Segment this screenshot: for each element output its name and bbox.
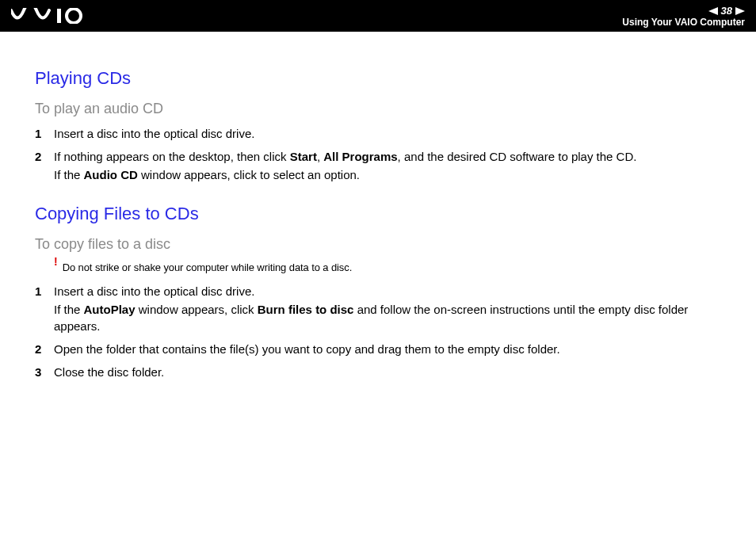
- step-text: If the AutoPlay window appears, click Bu…: [54, 301, 732, 334]
- step-body: Insert a disc into the optical disc driv…: [54, 125, 732, 143]
- svg-point-1: [67, 9, 81, 23]
- step-item: 3 Close the disc folder.: [35, 364, 732, 382]
- svg-marker-2: [708, 7, 718, 15]
- page-number: 38: [721, 5, 732, 17]
- step-number: 1: [35, 125, 44, 142]
- step-number: 2: [35, 341, 44, 357]
- next-page-arrow-icon[interactable]: [735, 7, 745, 15]
- warning-note: ! Do not strike or shake your computer w…: [54, 261, 732, 275]
- header-section-title: Using Your VAIO Computer: [622, 17, 745, 27]
- steps-play-cd: 1 Insert a disc into the optical disc dr…: [35, 125, 732, 185]
- step-item: 2 If nothing appears on the desktop, the…: [35, 148, 732, 185]
- svg-rect-0: [57, 9, 61, 23]
- step-number: 3: [35, 364, 44, 380]
- step-item: 2 Open the folder that contains the file…: [35, 341, 732, 359]
- subheading-play-audio-cd: To play an audio CD: [35, 99, 732, 119]
- step-text: If nothing appears on the desktop, then …: [54, 148, 732, 165]
- step-text: Insert a disc into the optical disc driv…: [54, 125, 732, 142]
- steps-copy-files: 1 Insert a disc into the optical disc dr…: [35, 283, 732, 382]
- header-right: 38 Using Your VAIO Computer: [622, 5, 745, 27]
- step-body: If nothing appears on the desktop, then …: [54, 148, 732, 185]
- step-body: Open the folder that contains the file(s…: [54, 341, 732, 359]
- warning-text: Do not strike or shake your computer whi…: [63, 261, 353, 275]
- step-text: Open the folder that contains the file(s…: [54, 341, 732, 357]
- step-item: 1 Insert a disc into the optical disc dr…: [35, 125, 732, 143]
- heading-copying-files: Copying Files to CDs: [35, 202, 732, 227]
- step-number: 2: [35, 148, 44, 165]
- step-text: Close the disc folder.: [54, 364, 732, 380]
- step-number: 1: [35, 283, 44, 299]
- page-content: Playing CDs To play an audio CD 1 Insert…: [0, 32, 756, 415]
- vaio-logo-svg: [11, 8, 87, 24]
- page-nav: 38: [708, 5, 745, 17]
- prev-page-arrow-icon[interactable]: [708, 7, 718, 15]
- vaio-logo: [11, 8, 87, 24]
- step-text: Insert a disc into the optical disc driv…: [54, 283, 732, 299]
- step-body: Close the disc folder.: [54, 364, 732, 382]
- step-text: If the Audio CD window appears, click to…: [54, 166, 732, 183]
- heading-playing-cds: Playing CDs: [35, 67, 732, 91]
- subheading-copy-files: To copy files to a disc: [35, 235, 732, 254]
- page-header: 38 Using Your VAIO Computer: [0, 0, 756, 32]
- warning-icon: !: [54, 256, 58, 267]
- step-body: Insert a disc into the optical disc driv…: [54, 283, 732, 336]
- svg-marker-3: [735, 7, 745, 15]
- step-item: 1 Insert a disc into the optical disc dr…: [35, 283, 732, 336]
